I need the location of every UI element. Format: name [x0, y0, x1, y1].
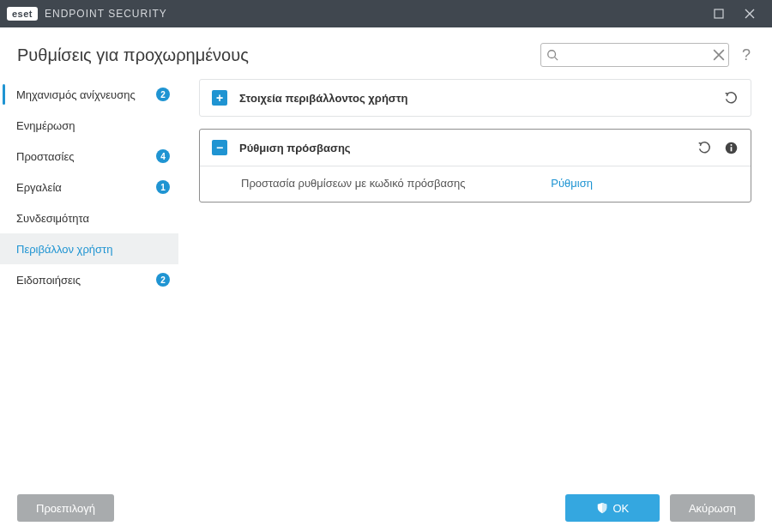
panel-body-access-setup: Προστασία ρυθμίσεων με κωδικό πρόσβασης …	[200, 166, 751, 202]
sidebar-item-label: Προστασίες	[16, 150, 156, 163]
svg-point-5	[730, 144, 732, 146]
help-button[interactable]: ?	[738, 46, 755, 64]
svg-rect-4	[731, 147, 733, 151]
panel-access-setup: − Ρύθμιση πρόσβασης Προστασία ρυθμίσεων …	[199, 129, 751, 203]
sidebar-item-connectivity[interactable]: Συνδεσιμότητα	[0, 203, 178, 233]
panel-title: Στοιχεία περιβάλλοντος χρήστη	[239, 92, 724, 105]
cancel-button[interactable]: Ακύρωση	[670, 494, 755, 522]
panel-ui-elements: + Στοιχεία περιβάλλοντος χρήστη	[199, 79, 751, 117]
sidebar-item-protections[interactable]: Προστασίες 4	[0, 141, 178, 172]
sidebar-badge: 4	[156, 149, 170, 163]
sidebar: Μηχανισμός ανίχνευσης 2 Ενημέρωση Προστα…	[0, 76, 185, 484]
info-button[interactable]	[724, 141, 739, 155]
undo-icon	[697, 141, 712, 155]
setting-label-password-protect: Προστασία ρυθμίσεων με κωδικό πρόσβασης	[241, 177, 466, 190]
clear-search-icon[interactable]	[713, 49, 725, 61]
header: Ρυθμίσεις για προχωρημένους ?	[0, 27, 772, 76]
info-icon	[724, 141, 739, 155]
sidebar-item-tools[interactable]: Εργαλεία 1	[0, 172, 178, 203]
revert-button[interactable]	[697, 141, 712, 155]
maximize-icon	[714, 9, 724, 19]
revert-button[interactable]	[724, 91, 739, 106]
sidebar-item-label: Ενημέρωση	[16, 119, 170, 132]
content: + Στοιχεία περιβάλλοντος χρήστη − Ρύθμισ…	[185, 76, 772, 484]
panel-header-access-setup[interactable]: − Ρύθμιση πρόσβασης	[200, 130, 751, 166]
ok-button-label: OK	[613, 502, 630, 515]
sidebar-item-label: Εργαλεία	[16, 181, 156, 194]
collapse-icon: −	[212, 140, 227, 155]
default-button[interactable]: Προεπιλογή	[17, 494, 114, 522]
setting-action-configure[interactable]: Ρύθμιση	[551, 177, 593, 190]
svg-rect-0	[715, 9, 723, 18]
titlebar: eset ENDPOINT SECURITY	[0, 0, 772, 27]
ok-button[interactable]: OK	[565, 494, 660, 522]
sidebar-item-user-interface[interactable]: Περιβάλλον χρήστη	[0, 233, 178, 264]
sidebar-item-label: Συνδεσιμότητα	[16, 212, 170, 225]
sidebar-badge: 1	[156, 180, 170, 194]
search-input[interactable]	[558, 49, 713, 62]
page-title: Ρυθμίσεις για προχωρημένους	[17, 45, 249, 65]
sidebar-item-detection-engine[interactable]: Μηχανισμός ανίχνευσης 2	[0, 79, 178, 110]
sidebar-item-label: Μηχανισμός ανίχνευσης	[16, 88, 156, 101]
panel-header-ui-elements[interactable]: + Στοιχεία περιβάλλοντος χρήστη	[200, 80, 751, 116]
footer: Προεπιλογή OK Ακύρωση	[0, 484, 772, 532]
search-box[interactable]	[540, 43, 729, 67]
product-name: ENDPOINT SECURITY	[45, 8, 167, 20]
panel-title: Ρύθμιση πρόσβασης	[239, 142, 697, 154]
undo-icon	[724, 91, 739, 106]
svg-line-2	[555, 57, 558, 61]
search-icon	[546, 49, 558, 61]
sidebar-item-notifications[interactable]: Ειδοποιήσεις 2	[0, 264, 178, 295]
sidebar-badge: 2	[156, 88, 170, 101]
window-close-button[interactable]	[734, 0, 765, 27]
expand-icon: +	[212, 90, 227, 106]
sidebar-item-label: Περιβάλλον χρήστη	[16, 243, 170, 256]
svg-point-1	[548, 51, 556, 58]
window-maximize-button[interactable]	[703, 0, 734, 27]
brand-logo: eset	[7, 7, 38, 21]
sidebar-badge: 2	[156, 273, 170, 287]
sidebar-item-update[interactable]: Ενημέρωση	[0, 110, 178, 141]
sidebar-item-label: Ειδοποιήσεις	[16, 274, 156, 287]
close-icon	[745, 9, 755, 19]
shield-icon	[596, 502, 608, 514]
